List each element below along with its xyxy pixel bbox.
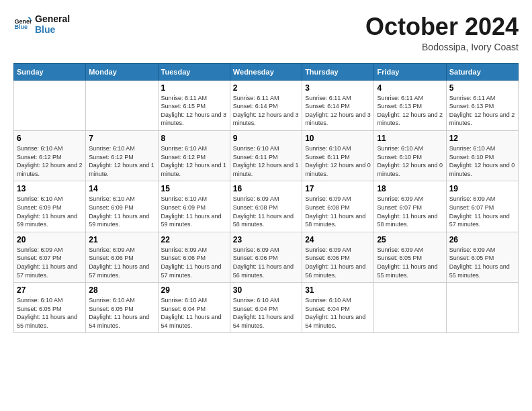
day-info: Sunrise: 6:10 AM Sunset: 6:10 PM Dayligh… (377, 144, 443, 178)
svg-text:Blue: Blue (14, 24, 28, 30)
calendar-cell: 30Sunrise: 6:10 AM Sunset: 6:04 PM Dayli… (230, 283, 302, 333)
day-info: Sunrise: 6:09 AM Sunset: 6:08 PM Dayligh… (233, 195, 299, 228)
calendar-cell: 9Sunrise: 6:10 AM Sunset: 6:11 PM Daylig… (230, 130, 302, 181)
calendar-cell: 12Sunrise: 6:10 AM Sunset: 6:10 PM Dayli… (446, 130, 518, 181)
day-number: 8 (161, 134, 227, 143)
day-info: Sunrise: 6:09 AM Sunset: 6:05 PM Dayligh… (449, 246, 515, 279)
day-number: 9 (233, 134, 299, 143)
day-info: Sunrise: 6:10 AM Sunset: 6:04 PM Dayligh… (161, 296, 227, 330)
day-info: Sunrise: 6:10 AM Sunset: 6:12 PM Dayligh… (161, 144, 227, 178)
calendar-cell: 20Sunrise: 6:09 AM Sunset: 6:07 PM Dayli… (14, 232, 86, 282)
day-number: 25 (377, 235, 443, 244)
calendar-cell: 7Sunrise: 6:10 AM Sunset: 6:12 PM Daylig… (86, 130, 158, 181)
day-info: Sunrise: 6:10 AM Sunset: 6:11 PM Dayligh… (305, 144, 371, 178)
day-number: 30 (233, 285, 299, 295)
calendar-cell (374, 283, 446, 333)
calendar-week-row: 13Sunrise: 6:10 AM Sunset: 6:09 PM Dayli… (14, 181, 519, 232)
logo-line2: Blue (35, 24, 70, 35)
day-number: 16 (233, 184, 299, 193)
weekday-header: Thursday (302, 63, 374, 80)
calendar-cell: 28Sunrise: 6:10 AM Sunset: 6:05 PM Dayli… (86, 283, 158, 333)
calendar-cell: 22Sunrise: 6:09 AM Sunset: 6:06 PM Dayli… (158, 232, 230, 282)
weekday-header: Sunday (14, 63, 86, 80)
calendar-cell: 19Sunrise: 6:09 AM Sunset: 6:07 PM Dayli… (446, 181, 518, 232)
calendar-cell: 6Sunrise: 6:10 AM Sunset: 6:12 PM Daylig… (14, 130, 86, 181)
calendar-cell: 16Sunrise: 6:09 AM Sunset: 6:08 PM Dayli… (230, 181, 302, 232)
day-number: 29 (161, 285, 227, 295)
calendar-cell: 27Sunrise: 6:10 AM Sunset: 6:05 PM Dayli… (14, 283, 86, 333)
weekday-header: Friday (374, 63, 446, 80)
day-info: Sunrise: 6:10 AM Sunset: 6:09 PM Dayligh… (161, 195, 227, 228)
day-info: Sunrise: 6:10 AM Sunset: 6:12 PM Dayligh… (17, 144, 83, 178)
day-number: 18 (377, 184, 443, 193)
day-number: 28 (89, 285, 154, 295)
day-number: 13 (17, 184, 83, 193)
calendar-cell: 2Sunrise: 6:11 AM Sunset: 6:14 PM Daylig… (230, 80, 302, 130)
calendar-cell: 24Sunrise: 6:09 AM Sunset: 6:06 PM Dayli… (302, 232, 374, 282)
day-info: Sunrise: 6:09 AM Sunset: 6:07 PM Dayligh… (377, 195, 443, 228)
calendar-week-row: 6Sunrise: 6:10 AM Sunset: 6:12 PM Daylig… (14, 130, 519, 181)
logo-line1: General (35, 13, 70, 24)
calendar-cell (14, 80, 86, 130)
calendar-cell: 17Sunrise: 6:09 AM Sunset: 6:08 PM Dayli… (302, 181, 374, 232)
day-info: Sunrise: 6:10 AM Sunset: 6:09 PM Dayligh… (17, 195, 83, 228)
day-number: 22 (161, 235, 227, 244)
day-info: Sunrise: 6:09 AM Sunset: 6:08 PM Dayligh… (305, 195, 371, 228)
day-number: 4 (377, 83, 443, 93)
day-info: Sunrise: 6:10 AM Sunset: 6:11 PM Dayligh… (233, 144, 299, 178)
header: General Blue General Blue October 2024 B… (13, 13, 519, 52)
day-info: Sunrise: 6:09 AM Sunset: 6:07 PM Dayligh… (17, 246, 83, 279)
day-number: 26 (449, 235, 515, 244)
day-number: 12 (449, 134, 515, 143)
day-info: Sunrise: 6:09 AM Sunset: 6:06 PM Dayligh… (161, 246, 227, 279)
day-info: Sunrise: 6:09 AM Sunset: 6:07 PM Dayligh… (449, 195, 515, 228)
calendar-cell: 13Sunrise: 6:10 AM Sunset: 6:09 PM Dayli… (14, 181, 86, 232)
calendar-cell: 1Sunrise: 6:11 AM Sunset: 6:15 PM Daylig… (158, 80, 230, 130)
calendar-cell: 4Sunrise: 6:11 AM Sunset: 6:13 PM Daylig… (374, 80, 446, 130)
day-number: 14 (89, 184, 154, 193)
weekday-header: Tuesday (158, 63, 230, 80)
day-number: 23 (233, 235, 299, 244)
weekday-header: Wednesday (230, 63, 302, 80)
day-info: Sunrise: 6:10 AM Sunset: 6:04 PM Dayligh… (305, 296, 371, 330)
calendar-cell: 3Sunrise: 6:11 AM Sunset: 6:14 PM Daylig… (302, 80, 374, 130)
calendar-cell: 25Sunrise: 6:09 AM Sunset: 6:05 PM Dayli… (374, 232, 446, 282)
calendar-cell: 26Sunrise: 6:09 AM Sunset: 6:05 PM Dayli… (446, 232, 518, 282)
day-number: 27 (17, 285, 83, 295)
day-number: 24 (305, 235, 371, 244)
day-info: Sunrise: 6:10 AM Sunset: 6:12 PM Dayligh… (89, 144, 154, 178)
day-number: 5 (449, 83, 515, 93)
day-info: Sunrise: 6:10 AM Sunset: 6:05 PM Dayligh… (89, 296, 154, 330)
day-info: Sunrise: 6:09 AM Sunset: 6:05 PM Dayligh… (377, 246, 443, 279)
day-number: 6 (17, 134, 83, 143)
day-info: Sunrise: 6:09 AM Sunset: 6:06 PM Dayligh… (89, 246, 154, 279)
calendar-cell: 15Sunrise: 6:10 AM Sunset: 6:09 PM Dayli… (158, 181, 230, 232)
day-info: Sunrise: 6:11 AM Sunset: 6:14 PM Dayligh… (305, 94, 371, 128)
day-number: 1 (161, 83, 227, 93)
day-info: Sunrise: 6:10 AM Sunset: 6:10 PM Dayligh… (449, 144, 515, 178)
day-info: Sunrise: 6:11 AM Sunset: 6:13 PM Dayligh… (449, 94, 515, 128)
day-number: 10 (305, 134, 371, 143)
calendar-week-row: 1Sunrise: 6:11 AM Sunset: 6:15 PM Daylig… (14, 80, 519, 130)
day-number: 15 (161, 184, 227, 193)
day-info: Sunrise: 6:11 AM Sunset: 6:14 PM Dayligh… (233, 94, 299, 128)
day-number: 31 (305, 285, 371, 295)
month-title: October 2024 (365, 13, 519, 40)
calendar-cell: 14Sunrise: 6:10 AM Sunset: 6:09 PM Dayli… (86, 181, 158, 232)
calendar-cell: 8Sunrise: 6:10 AM Sunset: 6:12 PM Daylig… (158, 130, 230, 181)
day-info: Sunrise: 6:11 AM Sunset: 6:15 PM Dayligh… (161, 94, 227, 128)
calendar-cell: 21Sunrise: 6:09 AM Sunset: 6:06 PM Dayli… (86, 232, 158, 282)
calendar-week-row: 27Sunrise: 6:10 AM Sunset: 6:05 PM Dayli… (14, 283, 519, 333)
calendar-week-row: 20Sunrise: 6:09 AM Sunset: 6:07 PM Dayli… (14, 232, 519, 282)
day-info: Sunrise: 6:09 AM Sunset: 6:06 PM Dayligh… (305, 246, 371, 279)
calendar-cell: 31Sunrise: 6:10 AM Sunset: 6:04 PM Dayli… (302, 283, 374, 333)
weekday-header: Saturday (446, 63, 518, 80)
calendar-cell: 18Sunrise: 6:09 AM Sunset: 6:07 PM Dayli… (374, 181, 446, 232)
day-number: 2 (233, 83, 299, 93)
calendar-cell (446, 283, 518, 333)
calendar-table: SundayMondayTuesdayWednesdayThursdayFrid… (13, 63, 519, 334)
calendar-cell: 11Sunrise: 6:10 AM Sunset: 6:10 PM Dayli… (374, 130, 446, 181)
calendar-cell: 5Sunrise: 6:11 AM Sunset: 6:13 PM Daylig… (446, 80, 518, 130)
day-number: 21 (89, 235, 154, 244)
location-subtitle: Bodossipa, Ivory Coast (365, 42, 519, 52)
